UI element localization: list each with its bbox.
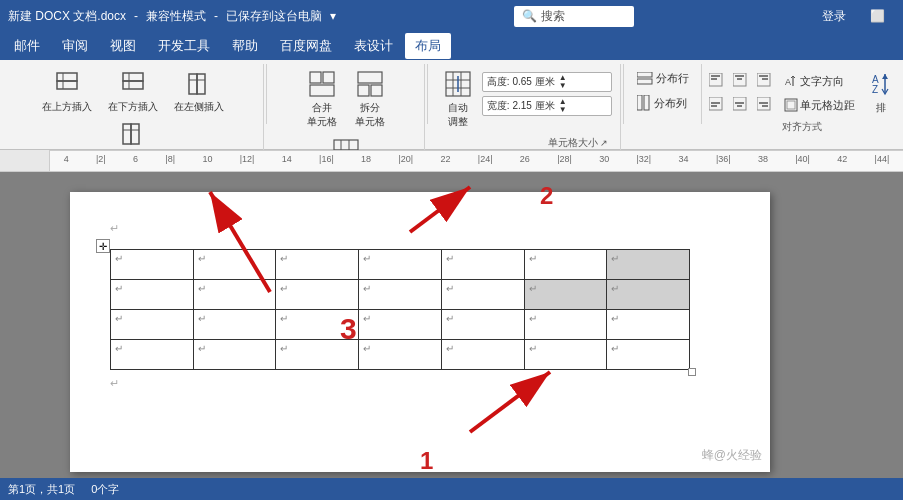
page-indicator: 第1页，共1页 [8,482,75,497]
doc-page: ↵ ✛ ↵ ↵ ↵ ↵ ↵ ↵ ↵ [70,192,770,472]
cell-marker: ↵ [611,313,619,324]
svg-rect-30 [637,79,652,84]
split-cells-btn[interactable]: 拆分单元格 [348,68,392,132]
ruler-area: 4|2|6|8|10|12|14|16|18|20|22|24|26|28|30… [0,150,903,172]
compat-mode: 兼容性模式 [146,8,206,25]
insert-above-btn[interactable]: 在上方插入 [35,68,99,117]
search-box[interactable]: 🔍 搜索 [514,6,634,27]
status-bar: 第1页，共1页 0个字 [0,478,903,500]
table-cell[interactable]: ↵ [193,340,276,370]
auto-fit-icon [445,71,471,100]
svg-rect-13 [323,72,334,83]
svg-rect-18 [334,140,358,150]
menu-mail[interactable]: 邮件 [4,33,50,59]
height-label: 高度: 0.65 厘米 [487,75,555,89]
height-field[interactable]: 高度: 0.65 厘米 ▲ ▼ [482,72,612,92]
ribbon-group-distribute: 分布行 分布列 [626,64,699,118]
cell-marker: ↵ [198,343,206,354]
table-cell[interactable]: ↵ [441,280,524,310]
menu-baidu[interactable]: 百度网盘 [270,33,342,59]
table-cell[interactable]: ↵ [276,280,359,310]
svg-text:Z: Z [872,84,878,95]
table-cell[interactable]: ↵ [524,250,607,280]
align-top-center[interactable] [729,70,751,92]
menu-layout[interactable]: 布局 [405,33,451,59]
table-cell[interactable]: ↵ [607,310,690,340]
svg-rect-14 [310,85,334,96]
cellsize-expand-icon[interactable]: ↗ [600,138,608,148]
cell-marker: ↵ [363,253,371,264]
insert-below-btn[interactable]: 在下方插入 [101,68,165,117]
cell-margins-btn[interactable]: 单元格边距 [779,95,860,116]
table-cell[interactable]: ↵ [359,310,442,340]
doc-page-area: ↵ ✛ ↵ ↵ ↵ ↵ ↵ ↵ ↵ [50,172,903,478]
dropdown-arrow[interactable]: ▾ [330,9,336,23]
svg-rect-7 [197,74,205,94]
table-cell[interactable]: ↵ [276,250,359,280]
svg-rect-9 [123,124,131,144]
table-cell[interactable]: ↵ [524,310,607,340]
auto-fit-btn[interactable]: 自动调整 [438,68,478,132]
table-cell[interactable]: ↵ [607,340,690,370]
width-down-arrow[interactable]: ▼ [557,106,569,114]
login-button[interactable]: 登录 [812,4,856,29]
table-cell[interactable]: ↵ [111,310,194,340]
align-mid-left[interactable] [705,94,727,116]
ribbon-group-align: A 文字方向 单元格边距 A Z [704,64,899,136]
table-cell[interactable]: ↵ [111,340,194,370]
table-cell[interactable]: ↵ [441,250,524,280]
sort-btn[interactable]: A Z 排 [864,68,898,118]
insert-left-btn[interactable]: 在左侧插入 [167,69,231,117]
height-arrows[interactable]: ▲ ▼ [557,74,569,90]
table-cell[interactable]: ↵ [441,310,524,340]
height-down-arrow[interactable]: ▼ [557,82,569,90]
table-cell[interactable]: ↵ [359,280,442,310]
text-direction-btn[interactable]: A 文字方向 [779,71,860,92]
table-cell[interactable]: ↵ [193,250,276,280]
align-mid-center[interactable] [729,94,751,116]
table-cell[interactable]: ↵ [111,280,194,310]
ribbon-group-cellsize: 自动调整 高度: 0.65 厘米 ▲ ▼ 宽度: 2.15 厘米 ▲ [430,64,621,152]
distribute-rows-btn[interactable]: 分布行 [632,68,694,89]
table-cell[interactable]: ↵ [359,340,442,370]
svg-rect-0 [57,73,77,81]
insert-left-icon [187,72,211,99]
menu-dev[interactable]: 开发工具 [148,33,220,59]
align-top-left[interactable] [705,70,727,92]
table-cell-shaded[interactable]: ↵ [524,280,607,310]
table-cell[interactable]: ↵ [193,310,276,340]
menu-bar: 邮件 审阅 视图 开发工具 帮助 百度网盘 表设计 布局 [0,32,903,60]
menu-table-design[interactable]: 表设计 [344,33,403,59]
menu-help[interactable]: 帮助 [222,33,268,59]
doc-table: ↵ ↵ ↵ ↵ ↵ ↵ ↵ ↵ ↵ ↵ ↵ [110,249,690,370]
cell-marker: ↵ [363,283,371,294]
menu-review[interactable]: 审阅 [52,33,98,59]
width-label: 宽度: 2.15 厘米 [487,99,555,113]
table-move-handle[interactable]: ✛ [96,239,110,253]
merge-cells-btn[interactable]: 合并单元格 [300,68,344,132]
table-cell-shaded[interactable]: ↵ [607,280,690,310]
distribute-cols-btn[interactable]: 分布列 [632,92,694,114]
annotation-num3: 3 [340,312,357,346]
insert-right-icon [121,122,145,149]
align-top-right[interactable] [753,70,775,92]
watermark: 蜂@火经验 [702,447,762,464]
table-resize-handle[interactable] [688,368,696,376]
table-cell[interactable]: ↵ [441,340,524,370]
width-arrows[interactable]: ▲ ▼ [557,98,569,114]
table-cell[interactable]: ↵ [193,280,276,310]
svg-rect-4 [123,81,143,89]
cell-marker: ↵ [446,253,454,264]
table-cell-shaded[interactable]: ↵ [607,250,690,280]
title-bar: 新建 DOCX 文档.docx - 兼容性模式 - 已保存到这台电脑 ▾ 🔍 搜… [0,0,903,32]
window-controls[interactable]: ⬜ [860,5,895,27]
svg-rect-3 [123,73,143,81]
menu-view[interactable]: 视图 [100,33,146,59]
table-cell[interactable]: ↵ [359,250,442,280]
width-field[interactable]: 宽度: 2.15 厘米 ▲ ▼ [482,96,612,116]
table-cell[interactable]: ↵ [111,250,194,280]
table-cell[interactable]: ↵ [524,340,607,370]
svg-rect-1 [57,81,77,89]
cell-marker: ↵ [198,313,206,324]
align-mid-right[interactable] [753,94,775,116]
